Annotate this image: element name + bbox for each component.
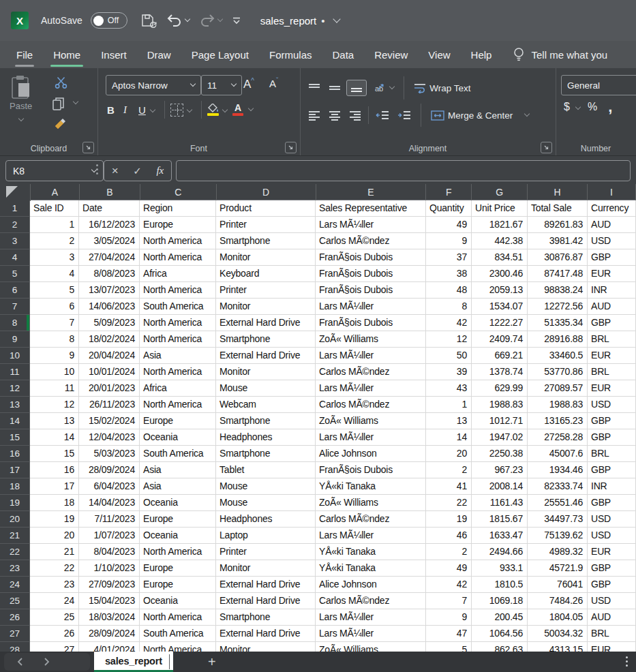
cell-C28[interactable]: North America xyxy=(140,642,216,652)
cell-B28[interactable]: 4/01/2024 xyxy=(79,642,140,652)
cell-A1[interactable]: Sale ID xyxy=(30,200,79,217)
cell-A2[interactable]: 1 xyxy=(30,217,79,233)
merge-center-dropdown-icon[interactable] xyxy=(524,111,530,117)
redo-button[interactable] xyxy=(199,14,222,27)
underline-button[interactable]: U xyxy=(138,104,148,116)
cell-E9[interactable]: ZoÃ« Williams xyxy=(316,331,426,348)
cell-H2[interactable]: 89261.83 xyxy=(528,217,588,233)
customize-toolbar-button[interactable] xyxy=(232,17,241,25)
cell-F17[interactable]: 2 xyxy=(426,462,472,478)
row-header-1[interactable]: 1 xyxy=(0,200,30,217)
cell-C1[interactable]: Region xyxy=(140,200,216,217)
cell-G15[interactable]: 1947.02 xyxy=(472,429,528,446)
cell-F23[interactable]: 49 xyxy=(426,560,472,577)
cell-A4[interactable]: 3 xyxy=(30,249,79,266)
decrease-indent-button[interactable] xyxy=(376,110,389,120)
column-header-F[interactable]: F xyxy=(426,184,472,200)
tab-data[interactable]: Data xyxy=(331,49,355,61)
cell-E16[interactable]: Alice Johnson xyxy=(316,446,426,462)
font-color-button[interactable]: A xyxy=(232,104,243,116)
cell-H3[interactable]: 3981.42 xyxy=(528,233,588,249)
next-sheet-button[interactable] xyxy=(44,652,50,672)
cell-A17[interactable]: 16 xyxy=(30,462,79,478)
cell-B14[interactable]: 15/02/2024 xyxy=(79,413,140,429)
cell-H17[interactable]: 1934.46 xyxy=(528,462,588,478)
enter-button[interactable]: ✓ xyxy=(133,165,142,177)
cell-H28[interactable]: 4313.15 xyxy=(528,642,588,652)
font-name-select[interactable]: Aptos Narrow xyxy=(106,75,201,95)
cell-C16[interactable]: South America xyxy=(140,446,216,462)
row-header-15[interactable]: 15 xyxy=(0,429,30,446)
cell-I2[interactable]: AUD xyxy=(588,217,636,233)
cell-E13[interactable]: Carlos MÃ©ndez xyxy=(316,397,426,413)
cell-C8[interactable]: North America xyxy=(140,315,216,331)
tab-page-layout[interactable]: Page Layout xyxy=(190,49,250,61)
clipboard-dialog-launcher[interactable] xyxy=(82,142,94,153)
cell-D19[interactable]: Mouse xyxy=(216,495,316,511)
currency-format-button[interactable]: $ xyxy=(564,101,570,113)
font-dialog-launcher[interactable] xyxy=(285,142,297,153)
insert-function-button[interactable]: fx xyxy=(156,165,164,177)
cell-G8[interactable]: 1222.27 xyxy=(472,315,528,331)
decrease-font-size-button[interactable]: Aˇ xyxy=(269,77,278,89)
cell-C21[interactable]: Oceania xyxy=(140,528,216,544)
cell-F15[interactable]: 14 xyxy=(426,429,472,446)
row-header-24[interactable]: 24 xyxy=(0,577,30,593)
cell-F12[interactable]: 43 xyxy=(426,380,472,397)
cell-B21[interactable]: 1/07/2023 xyxy=(79,528,140,544)
cell-B4[interactable]: 27/04/2024 xyxy=(79,249,140,266)
previous-sheet-button[interactable] xyxy=(16,652,23,672)
cell-G21[interactable]: 1633.47 xyxy=(472,528,528,544)
cell-C5[interactable]: Africa xyxy=(140,266,216,282)
cell-F24[interactable]: 42 xyxy=(426,577,472,593)
wrap-text-button[interactable]: Wrap Text xyxy=(414,82,470,93)
cell-I10[interactable]: EUR xyxy=(588,348,636,364)
cell-A14[interactable]: 13 xyxy=(30,413,79,429)
row-header-22[interactable]: 22 xyxy=(0,544,30,560)
font-size-select[interactable]: 11 xyxy=(201,75,242,95)
add-sheet-button[interactable]: + xyxy=(208,652,216,672)
cell-H13[interactable]: 1988.83 xyxy=(528,397,588,413)
increase-indent-button[interactable] xyxy=(397,110,411,120)
cell-F20[interactable]: 19 xyxy=(426,511,472,528)
undo-button[interactable] xyxy=(166,14,190,27)
cell-H1[interactable]: Total Sale xyxy=(528,200,588,217)
cell-A18[interactable]: 17 xyxy=(30,478,79,495)
cell-B23[interactable]: 1/10/2023 xyxy=(79,560,140,577)
fill-color-dropdown-icon[interactable] xyxy=(222,107,228,112)
cell-I24[interactable]: GBP xyxy=(588,577,636,593)
cell-G18[interactable]: 2008.14 xyxy=(472,478,528,495)
tab-formulas[interactable]: Formulas xyxy=(268,49,314,61)
cell-I23[interactable]: GBP xyxy=(588,560,636,577)
cell-I17[interactable]: GBP xyxy=(588,462,636,478)
row-header-13[interactable]: 13 xyxy=(0,397,30,413)
cell-I3[interactable]: USD xyxy=(588,233,636,249)
row-header-20[interactable]: 20 xyxy=(0,511,30,528)
currency-dropdown-icon[interactable] xyxy=(575,104,581,110)
cell-H21[interactable]: 75139.62 xyxy=(528,528,588,544)
row-header-17[interactable]: 17 xyxy=(0,462,30,478)
cell-I27[interactable]: BRL xyxy=(588,626,636,642)
column-header-G[interactable]: G xyxy=(472,184,528,200)
cell-A24[interactable]: 23 xyxy=(30,577,79,593)
cell-B15[interactable]: 12/04/2023 xyxy=(79,429,140,446)
row-header-3[interactable]: 3 xyxy=(0,233,30,249)
cell-F25[interactable]: 7 xyxy=(426,593,472,609)
cell-G25[interactable]: 1069.18 xyxy=(472,593,528,609)
cell-B11[interactable]: 10/01/2024 xyxy=(79,364,140,380)
autosave-toggle[interactable]: Off xyxy=(91,12,127,29)
copy-button[interactable] xyxy=(52,97,65,110)
cell-D12[interactable]: Mouse xyxy=(216,380,316,397)
cell-B12[interactable]: 20/01/2023 xyxy=(79,380,140,397)
cell-D25[interactable]: External Hard Drive xyxy=(216,593,316,609)
merge-center-button[interactable]: Merge & Center xyxy=(431,110,513,121)
cell-G17[interactable]: 967.23 xyxy=(472,462,528,478)
cell-F28[interactable]: 5 xyxy=(426,642,472,652)
align-right-button[interactable] xyxy=(349,110,361,121)
row-header-27[interactable]: 27 xyxy=(0,626,30,642)
cell-D26[interactable]: Smartphone xyxy=(216,609,316,626)
column-header-B[interactable]: B xyxy=(80,184,140,200)
cell-H19[interactable]: 25551.46 xyxy=(528,495,588,511)
cell-B16[interactable]: 5/03/2023 xyxy=(79,446,140,462)
cell-F1[interactable]: Quantity xyxy=(426,200,472,217)
